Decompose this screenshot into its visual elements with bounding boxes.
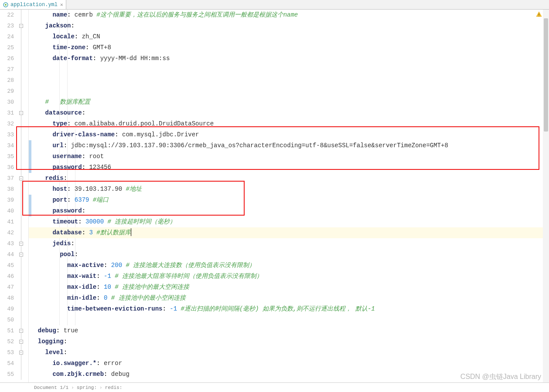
code-line[interactable]: port: 6379 #端口 — [29, 195, 549, 206]
line-number: 51 — [0, 325, 14, 336]
line-number: 42 — [0, 227, 14, 238]
code-line[interactable] — [29, 75, 549, 86]
code-line[interactable]: database: 3 #默认数据库 — [29, 227, 549, 238]
code-line[interactable]: type: com.alibaba.druid.pool.DruidDataSo… — [29, 118, 549, 129]
line-number: 30 — [0, 97, 14, 108]
line-number: 34 — [0, 140, 14, 151]
status-bar: Document 1/1 › spring: › redis: — [0, 382, 549, 392]
fold-cell: − — [17, 249, 28, 260]
tab-label: application.yml — [10, 2, 58, 8]
fold-cell — [17, 195, 28, 206]
fold-cell — [17, 86, 28, 97]
fold-toggle-icon[interactable]: − — [19, 111, 23, 115]
scrollbar-thumb[interactable] — [544, 18, 548, 132]
code-line[interactable] — [29, 64, 549, 75]
code-line[interactable]: max-wait: -1 # 连接池最大阻塞等待时间（使用负值表示没有限制） — [29, 271, 549, 282]
code-line[interactable]: locale: zh_CN — [29, 31, 549, 42]
line-number: 46 — [0, 271, 14, 282]
code-line[interactable]: max-active: 200 # 连接池最大连接数（使用负值表示没有限制） — [29, 260, 549, 271]
fold-cell — [17, 129, 28, 140]
fold-toggle-icon[interactable]: − — [19, 176, 23, 180]
code-line[interactable]: timeout: 30000 # 连接超时时间（毫秒） — [29, 216, 549, 227]
line-number: 31 — [0, 108, 14, 118]
editor[interactable]: 2223242526272829303132333435363738394041… — [0, 10, 549, 382]
fold-toggle-icon[interactable]: − — [19, 242, 23, 246]
line-number: 24 — [0, 31, 14, 42]
code-line[interactable]: io.swagger.*: error — [29, 358, 549, 369]
fold-cell — [17, 282, 28, 293]
fold-cell — [17, 10, 28, 20]
line-number-gutter: 2223242526272829303132333435363738394041… — [0, 10, 17, 382]
chevron-right-icon: › — [71, 385, 74, 390]
line-number: 25 — [0, 42, 14, 53]
code-line[interactable]: com.zbjk.crmeb: debug — [29, 369, 549, 380]
fold-toggle-icon[interactable]: − — [19, 253, 23, 257]
code-line[interactable] — [29, 314, 549, 325]
fold-toggle-icon[interactable]: − — [19, 329, 23, 333]
code-area[interactable]: name: cemrb #这个很重要，这在以后的服务与服务之间相互调用一般都是根… — [29, 10, 549, 382]
fold-toggle-icon[interactable]: − — [19, 351, 23, 355]
code-line[interactable]: jackson: — [29, 20, 549, 31]
code-line[interactable] — [29, 86, 549, 97]
vertical-scrollbar[interactable] — [543, 10, 549, 382]
code-line[interactable]: password: 123456 — [29, 162, 549, 173]
fold-cell: − — [17, 20, 28, 31]
fold-cell — [17, 118, 28, 129]
code-line[interactable]: redis: — [29, 173, 549, 184]
fold-cell — [17, 314, 28, 325]
fold-cell — [17, 358, 28, 369]
code-line[interactable]: time-zone: GMT+8 — [29, 42, 549, 53]
line-number: 38 — [0, 184, 14, 195]
code-line[interactable]: password: — [29, 206, 549, 216]
code-line[interactable]: # 数据库配置 — [29, 97, 549, 108]
line-number: 22 — [0, 10, 14, 20]
code-line[interactable]: time-between-eviction-runs: -1 #逐出扫描的时间间… — [29, 304, 549, 314]
code-line[interactable]: date-format: yyyy-MM-dd HH:mm:ss — [29, 53, 549, 64]
code-line[interactable]: logging: — [29, 336, 549, 347]
chevron-right-icon: › — [99, 385, 102, 390]
line-number: 26 — [0, 53, 14, 64]
line-number: 37 — [0, 173, 14, 184]
code-line[interactable]: name: cemrb #这个很重要，这在以后的服务与服务之间相互调用一般都是根… — [29, 10, 549, 20]
line-number: 29 — [0, 86, 14, 97]
fold-cell — [17, 53, 28, 64]
line-number: 49 — [0, 304, 14, 314]
line-number: 39 — [0, 195, 14, 206]
fold-gutter[interactable]: −−−−−−−− — [17, 10, 29, 382]
document-position: Document 1/1 — [34, 385, 68, 390]
line-number: 35 — [0, 151, 14, 162]
code-line[interactable]: host: 39.103.137.90 #地址 — [29, 184, 549, 195]
code-line[interactable]: jedis: — [29, 238, 549, 249]
code-line[interactable]: pool: — [29, 249, 549, 260]
fold-toggle-icon[interactable]: − — [19, 340, 23, 344]
fold-cell — [17, 64, 28, 75]
fold-cell: − — [17, 336, 28, 347]
line-number: 36 — [0, 162, 14, 173]
file-tab[interactable]: application.yml ✕ — [0, 0, 66, 9]
line-number: 40 — [0, 206, 14, 216]
code-line[interactable]: datasource: — [29, 108, 549, 118]
code-line[interactable]: url: jdbc:mysql://39.103.137.90:3306/crm… — [29, 140, 549, 151]
fold-cell — [17, 31, 28, 42]
code-line[interactable]: min-idle: 0 # 连接池中的最小空闲连接 — [29, 293, 549, 304]
fold-toggle-icon[interactable]: − — [19, 24, 23, 28]
line-number: 43 — [0, 238, 14, 249]
close-icon[interactable]: ✕ — [60, 2, 63, 7]
fold-cell: − — [17, 108, 28, 118]
fold-cell — [17, 97, 28, 108]
line-number: 41 — [0, 216, 14, 227]
breadcrumb[interactable]: redis: — [105, 385, 123, 390]
fold-cell — [17, 151, 28, 162]
code-line[interactable]: max-idle: 10 # 连接池中的最大空闲连接 — [29, 282, 549, 293]
breadcrumb[interactable]: spring: — [77, 385, 97, 390]
code-line[interactable]: driver-class-name: com.mysql.jdbc.Driver — [29, 129, 549, 140]
line-number: 52 — [0, 336, 14, 347]
code-line[interactable]: level: — [29, 347, 549, 358]
line-number: 54 — [0, 358, 14, 369]
fold-cell — [17, 206, 28, 216]
fold-cell: − — [17, 173, 28, 184]
line-number: 48 — [0, 293, 14, 304]
code-line[interactable]: debug: true — [29, 325, 549, 336]
code-line[interactable]: username: root — [29, 151, 549, 162]
fold-cell — [17, 140, 28, 151]
